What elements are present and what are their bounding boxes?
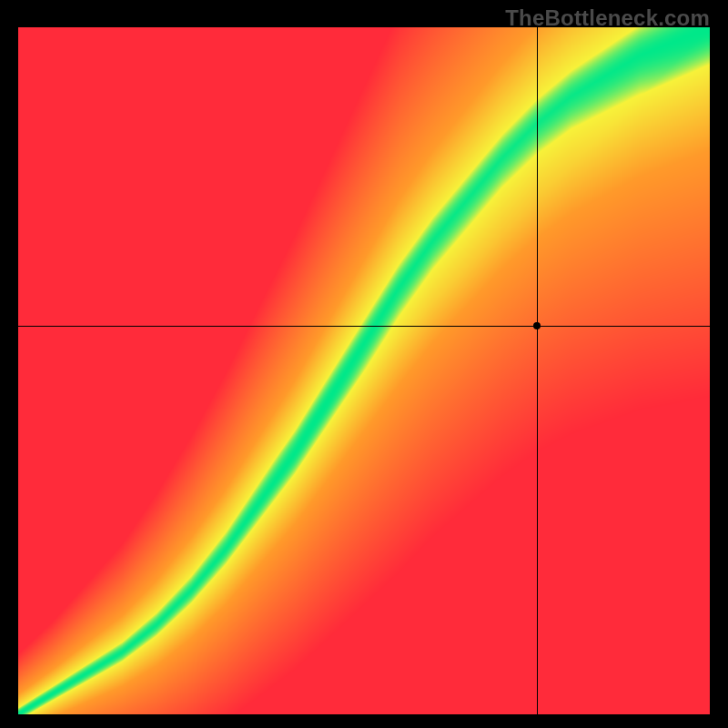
- watermark-text: TheBottleneck.com: [505, 5, 710, 31]
- crosshair-horizontal: [18, 326, 710, 327]
- heatmap-canvas: [18, 27, 710, 714]
- crosshair-vertical: [537, 27, 538, 714]
- data-point-marker: [533, 322, 541, 329]
- chart-frame: TheBottleneck.com: [0, 0, 728, 728]
